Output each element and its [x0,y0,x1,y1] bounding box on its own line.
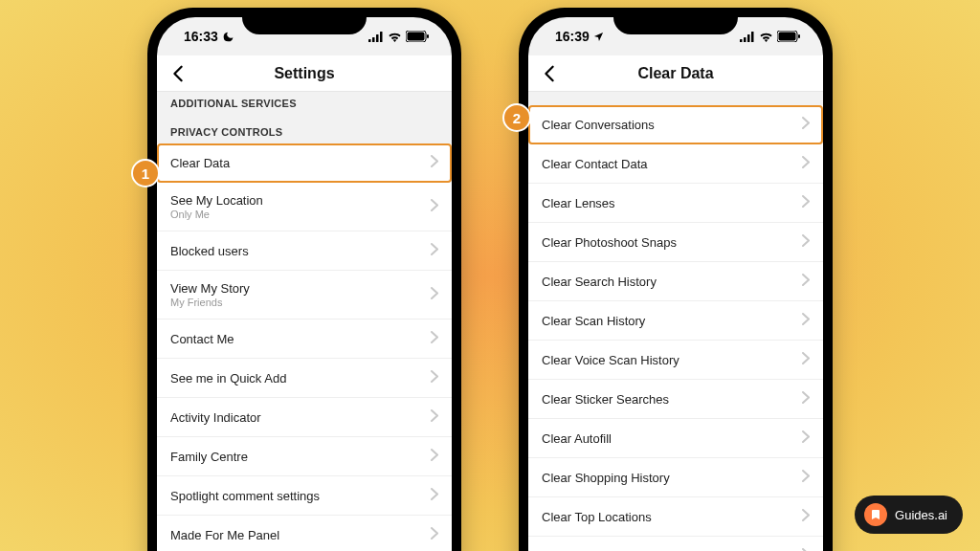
row-label: Clear Conversations [542,118,655,132]
row-label: Activity Indicator [170,410,261,425]
chevron-right-icon [431,408,438,426]
svg-rect-9 [747,34,750,42]
svg-rect-1 [372,37,375,42]
chevron-right-icon [802,312,810,329]
row-clear-conversations[interactable]: Clear Conversations [528,105,823,144]
row-label: Clear Lenses [542,196,615,210]
row-label: Clear Contact Data [542,157,648,171]
section-header-privacy: PRIVACY CONTROLS [157,115,452,143]
chevron-right-icon [431,369,438,386]
svg-rect-7 [740,39,743,42]
row-label: Clear Top Locations [542,510,652,524]
row-label: Family Centre [170,450,248,464]
row-clear-autofill[interactable]: Clear Autofill [528,419,823,458]
chevron-right-icon [802,116,810,133]
row-sublabel: My Friends [170,297,250,308]
row-clear-voice-scan[interactable]: Clear Voice Scan History [528,341,823,380]
row-family-centre[interactable]: Family Centre [157,437,452,476]
section-header-additional: ADDITIONAL SERVICES [157,92,452,115]
row-label: Clear Data [170,156,230,170]
chevron-right-icon [431,286,438,303]
row-clear-ai-data[interactable]: Clear My AI data [528,537,823,551]
row-clear-data[interactable]: Clear Data [157,143,452,183]
chevron-right-icon [802,547,810,551]
battery-icon [777,31,800,42]
row-contact-me[interactable]: Contact Me [157,320,452,359]
row-label: Clear Photoshoot Snaps [542,235,677,250]
page-title: Clear Data [637,65,713,82]
row-clear-shopping[interactable]: Clear Shopping History [528,458,823,497]
row-label: Blocked users [170,244,249,258]
privacy-list: Clear Data See My LocationOnly Me Blocke… [157,143,452,551]
status-time: 16:39 [555,29,590,44]
chevron-right-icon [802,351,810,368]
step-badge-2: 2 [502,103,531,132]
chevron-right-icon [431,330,438,347]
row-clear-locations[interactable]: Clear Top Locations [528,497,823,537]
chevron-right-icon [802,469,810,486]
nav-bar: Settings [157,55,452,92]
svg-rect-6 [427,34,429,38]
chevron-right-icon [431,487,438,504]
watermark-text: Guides.ai [895,508,947,522]
row-label: See me in Quick Add [170,371,286,386]
row-clear-photoshoot[interactable]: Clear Photoshoot Snaps [528,223,823,262]
row-quick-add[interactable]: See me in Quick Add [157,359,452,398]
phone-screen: 16:39 [528,17,823,551]
back-button[interactable] [538,62,561,85]
phone-mockup-right: 2 16:39 [519,8,833,551]
moon-icon [222,31,234,43]
svg-rect-12 [779,33,796,41]
clear-data-list: Clear Conversations Clear Contact Data C… [528,105,823,551]
chevron-right-icon [431,198,438,215]
row-blocked-users[interactable]: Blocked users [157,231,452,271]
row-label: Contact Me [170,332,234,346]
row-label: Spotlight comment settings [170,489,320,503]
row-label: Clear Search History [542,275,657,289]
chevron-right-icon [802,273,810,290]
svg-rect-2 [376,34,379,42]
svg-rect-10 [751,32,754,42]
signal-icon [368,32,384,42]
row-clear-scan[interactable]: Clear Scan History [528,301,823,341]
chevron-right-icon [802,194,810,211]
svg-rect-0 [368,39,371,42]
nav-bar: Clear Data [528,55,823,92]
row-label: Clear Sticker Searches [542,392,669,407]
page-title: Settings [274,65,334,82]
row-made-for-me[interactable]: Made For Me Panel [157,516,452,551]
content-area: Clear Conversations Clear Contact Data C… [528,92,823,551]
svg-rect-8 [744,37,746,42]
bookmark-icon [864,503,887,526]
phone-screen: 16:33 [157,17,452,551]
row-label: Clear Voice Scan History [542,353,679,367]
row-label: View My Story [170,281,250,296]
row-clear-contact-data[interactable]: Clear Contact Data [528,144,823,184]
signal-icon [740,32,755,42]
wifi-icon [759,32,773,42]
row-spotlight-comments[interactable]: Spotlight comment settings [157,476,452,516]
location-icon [593,32,604,42]
step-badge-1: 1 [131,159,160,187]
back-button[interactable] [167,62,189,85]
content-area: ADDITIONAL SERVICES PRIVACY CONTROLS Cle… [157,92,452,551]
battery-icon [406,31,429,42]
chevron-right-icon [802,155,810,172]
row-label: Clear Scan History [542,314,645,328]
chevron-right-icon [802,233,810,251]
row-sublabel: Only Me [170,209,263,220]
row-see-my-location[interactable]: See My LocationOnly Me [157,183,452,231]
wifi-icon [388,32,402,42]
row-view-my-story[interactable]: View My StoryMy Friends [157,271,452,320]
notch [613,8,738,34]
chevron-right-icon [431,448,438,465]
svg-rect-5 [408,33,425,41]
row-clear-search[interactable]: Clear Search History [528,262,823,301]
chevron-right-icon [802,508,810,525]
chevron-right-icon [802,390,810,408]
row-activity-indicator[interactable]: Activity Indicator [157,398,452,437]
chevron-right-icon [431,526,438,543]
row-clear-sticker[interactable]: Clear Sticker Searches [528,380,823,419]
row-clear-lenses[interactable]: Clear Lenses [528,184,823,223]
row-label: Clear Autofill [542,431,612,446]
